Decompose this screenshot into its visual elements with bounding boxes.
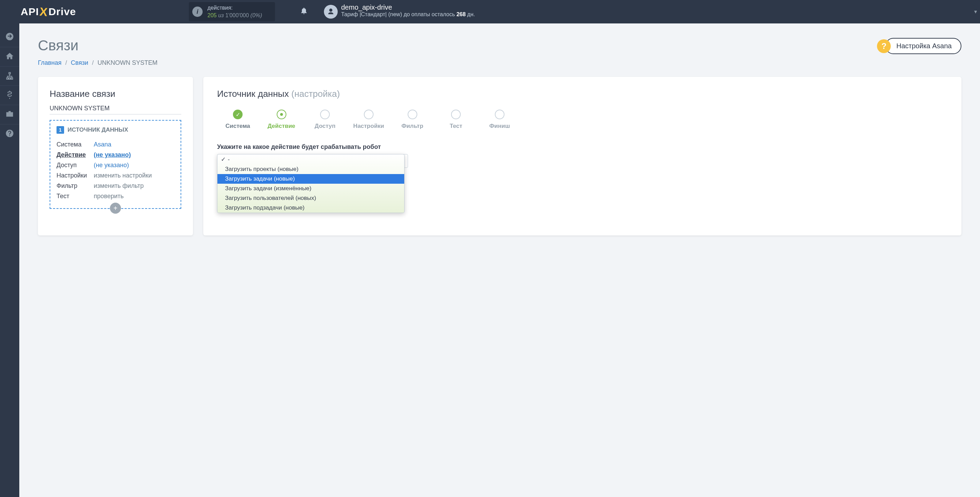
source-box: 1 ИСТОЧНИК ДАННЫХ СистемаAsana Действие(… xyxy=(49,120,181,209)
crumb-sep: / xyxy=(92,59,94,66)
action-select[interactable]: - ▲▼ -Загрузить проекты (новые)Загрузить… xyxy=(217,154,408,168)
nav-home-icon[interactable] xyxy=(0,47,19,65)
logo-text-2: Drive xyxy=(49,6,76,18)
step-система[interactable]: ✓Система xyxy=(217,110,258,130)
usage-stats[interactable]: i действия: 205 из 1'000'000 (0%) xyxy=(189,2,275,21)
row-test[interactable]: Тестпроверить xyxy=(57,191,174,201)
option-3[interactable]: Загрузить задачи (изменённые) xyxy=(218,184,404,193)
source-badge: 1 xyxy=(57,126,64,134)
page-title: Связи xyxy=(38,37,961,54)
nav-billing-icon[interactable] xyxy=(0,86,19,104)
step-финиш[interactable]: Финиш xyxy=(479,110,520,130)
main-content: Связи Главная / Связи / UNKNOWN SYSTEM ?… xyxy=(19,24,980,497)
right-heading: Источник данных (настройка) xyxy=(217,89,948,99)
step-настройки[interactable]: Настройки xyxy=(348,110,390,130)
step-фильтр[interactable]: Фильтр xyxy=(392,110,433,130)
row-access[interactable]: Доступ(не указано) xyxy=(57,160,174,170)
option-0[interactable]: - xyxy=(218,155,404,164)
side-nav xyxy=(0,24,19,497)
left-heading: Название связи xyxy=(49,89,181,99)
source-header: 1 ИСТОЧНИК ДАННЫХ xyxy=(57,126,174,134)
row-settings[interactable]: Настройкиизменить настройки xyxy=(57,170,174,181)
crumb-sep: / xyxy=(65,59,67,66)
option-5[interactable]: Загрузить подзадачи (новые) xyxy=(218,203,404,213)
logo[interactable]: API X Drive xyxy=(21,5,76,19)
help-label: Настройка Asana xyxy=(885,38,961,54)
nav-forward-icon[interactable] xyxy=(0,27,19,46)
select-label: Укажите на какое действие будет срабатыв… xyxy=(217,143,948,151)
right-panel: Источник данных (настройка) ✓СистемаДейс… xyxy=(203,77,961,236)
option-4[interactable]: Загрузить пользователей (новых) xyxy=(218,193,404,203)
usage-of: из xyxy=(218,13,225,18)
question-icon: ? xyxy=(877,39,891,53)
help-button[interactable]: ? Настройка Asana xyxy=(877,38,961,54)
step-доступ[interactable]: Доступ xyxy=(304,110,345,130)
usage-label: действия: xyxy=(207,4,262,12)
usage-used: 205 xyxy=(207,13,217,18)
wizard-stepper: ✓СистемаДействиеДоступНастройкиФильтрТес… xyxy=(217,110,520,130)
avatar-icon[interactable] xyxy=(324,5,338,19)
top-header: API X Drive i действия: 205 из 1'000'000… xyxy=(0,0,980,24)
usage-lines: действия: 205 из 1'000'000 (0%) xyxy=(207,4,262,19)
row-system[interactable]: СистемаAsana xyxy=(57,139,174,150)
crumb-links[interactable]: Связи xyxy=(71,59,88,66)
breadcrumb: Главная / Связи / UNKNOWN SYSTEM xyxy=(38,59,961,67)
logo-text-1: API xyxy=(21,6,39,18)
crumb-current: UNKNOWN SYSTEM xyxy=(97,59,158,66)
info-icon: i xyxy=(192,6,203,17)
tariff-line: Тариф |Стандарт| (new) до оплаты осталос… xyxy=(341,11,475,18)
row-filter[interactable]: Фильтризменить фильтр xyxy=(57,181,174,191)
add-step-button[interactable]: + xyxy=(110,203,121,214)
bell-icon[interactable] xyxy=(300,6,308,17)
nav-briefcase-icon[interactable] xyxy=(0,105,19,123)
crumb-home[interactable]: Главная xyxy=(38,59,62,66)
nav-network-icon[interactable] xyxy=(0,66,19,84)
connection-name[interactable]: UNKNOWN SYSTEM xyxy=(49,105,181,115)
row-action[interactable]: Действие(не указано) xyxy=(57,150,174,160)
usage-pct: (0%) xyxy=(250,13,262,18)
usage-total: 1'000'000 xyxy=(225,13,249,18)
user-block[interactable]: demo_apix-drive Тариф |Стандарт| (new) д… xyxy=(341,3,475,18)
nav-help-icon[interactable] xyxy=(0,124,19,142)
option-2[interactable]: Загрузить задачи (новые) xyxy=(218,174,404,184)
step-действие[interactable]: Действие xyxy=(261,110,302,130)
source-title: ИСТОЧНИК ДАННЫХ xyxy=(68,126,128,134)
usage-values: 205 из 1'000'000 (0%) xyxy=(207,12,262,19)
left-panel: Название связи UNKNOWN SYSTEM 1 ИСТОЧНИК… xyxy=(38,77,193,236)
option-1[interactable]: Загрузить проекты (новые) xyxy=(218,164,404,174)
step-тест[interactable]: Тест xyxy=(435,110,477,130)
select-dropdown: -Загрузить проекты (новые)Загрузить зада… xyxy=(217,154,404,213)
chevron-down-icon[interactable]: ▼ xyxy=(973,9,978,14)
username: demo_apix-drive xyxy=(341,3,475,11)
logo-x: X xyxy=(39,5,48,19)
